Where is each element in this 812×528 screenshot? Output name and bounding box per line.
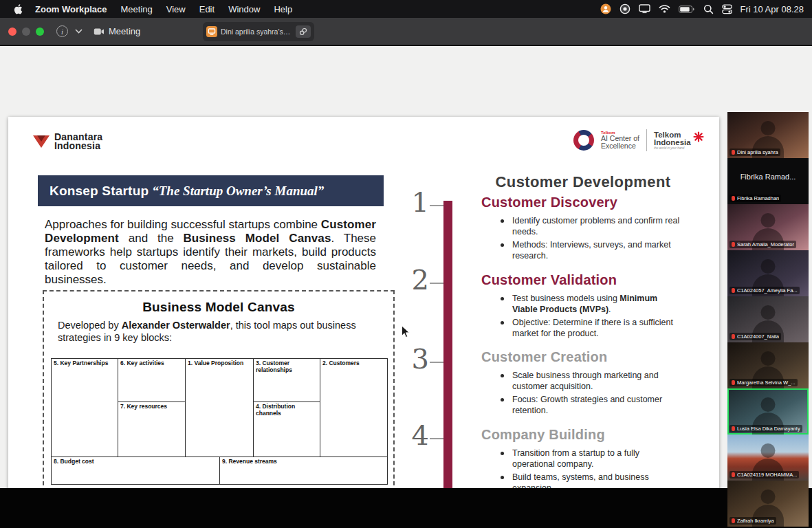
ai-coe-logo-text: Telkom AI Center of Excellence (601, 131, 639, 150)
meeting-info-button[interactable]: i (56, 25, 68, 37)
close-button[interactable] (8, 28, 17, 36)
participant-tile[interactable]: Sarah Amalia_Moderator (727, 204, 809, 250)
participant-tile[interactable]: C1A024057_Ameylia Fa... (727, 250, 809, 296)
screen: Zoom Workplace MeetingViewEditWindowHelp (0, 0, 812, 528)
cd-bullet: Identify customer problems and confirm r… (499, 215, 682, 237)
danantara-mark-icon (32, 133, 50, 150)
bottom-bar (0, 488, 812, 528)
participant-tile[interactable]: C1A024119 MOHAMMA... (727, 434, 809, 481)
participant-tile[interactable]: Dini aprilia syahra (727, 112, 809, 158)
telkom-line2: Indonesia (654, 139, 691, 146)
participant-name: Margaretha Selvina W_... (737, 380, 795, 386)
apple-menu-icon[interactable] (8, 4, 28, 14)
menubar-clock[interactable]: Fri 10 Apr 08.28 (740, 4, 804, 14)
minimize-button[interactable] (22, 28, 30, 36)
menu-view[interactable]: View (160, 4, 193, 14)
cd-bullet: Test business models using Minimum Viabl… (499, 293, 682, 315)
chevron-down-icon[interactable] (75, 29, 83, 34)
menu-window[interactable]: Window (221, 4, 267, 14)
fullscreen-button[interactable] (36, 28, 44, 36)
participant-name: C1A024057_Ameylia Fa... (737, 287, 798, 294)
participant-name-label: C1A024119 MOHAMMA... (729, 471, 799, 478)
cd-bullet-list: Transition from a startup to a fully ope… (481, 448, 682, 494)
step-number: 4 (397, 421, 429, 449)
muted-mic-icon (732, 150, 735, 155)
step-tick (430, 283, 443, 284)
aice-line2: Excellence (601, 142, 639, 150)
shared-screen-icon (206, 26, 217, 37)
cd-bullet: Transition from a startup to a fully ope… (499, 448, 682, 470)
menu-meeting[interactable]: Meeting (114, 4, 160, 14)
participant-tile[interactable]: Zafirah Ikramiya (727, 481, 809, 527)
muted-mic-icon (732, 472, 735, 477)
participant-name: Sarah Amalia_Moderator (737, 241, 794, 248)
intro-paragraph: Approaches for building successful start… (45, 218, 376, 286)
mouse-cursor (401, 325, 410, 342)
meeting-label: Meeting (109, 26, 140, 36)
participant-name: C1A024007_Naila (737, 333, 779, 340)
participant-name: C1A024119 MOHAMMA... (737, 472, 797, 478)
bmc-cell-budget: 8. Budget cost (51, 456, 220, 485)
step-tick (430, 205, 443, 206)
bmc-cell-channels: 4. Distribution channels (253, 402, 320, 457)
customer-development-title: Customer Development (483, 173, 683, 191)
step-number: 2 (397, 266, 429, 294)
shared-slide: Danantara Indonesia Telkom AI Center of … (8, 117, 719, 518)
window-titlebar: i Meeting Dini aprilia syahra's screen (0, 18, 812, 45)
danantara-name-2: Indonesia (54, 142, 102, 151)
battery-icon[interactable] (679, 6, 695, 13)
telkom-tagline: the world in your hand (654, 146, 691, 150)
muted-mic-icon (732, 196, 735, 201)
record-badge-icon[interactable] (600, 3, 611, 14)
slide-title-banner: Konsep Startup “The Startup Owner’s Manu… (38, 175, 384, 206)
step-tick (430, 438, 443, 439)
step-number: 3 (397, 345, 429, 373)
cd-bullet-list: Identify customer problems and confirm r… (481, 215, 682, 261)
participant-name-label: Lusia Elsa Dika Damayanty (729, 425, 802, 432)
cd-bullet: Methods: Interviews, surveys, and market… (499, 239, 682, 261)
cd-section-heading: Customer Validation (481, 272, 682, 288)
bmc-table: 5. Key Partnerships 6. Key activities 7.… (51, 358, 388, 485)
participants-panel: Dini aprilia syahraFibrika Ramad...Fibri… (727, 112, 809, 527)
participant-tile[interactable]: Margaretha Selvina W_... (727, 342, 809, 388)
participant-tile[interactable]: Fibrika Ramad...Fibrika Ramadhan (727, 158, 809, 204)
participant-name-label: Margaretha Selvina W_... (729, 379, 798, 386)
business-model-canvas-box: Business Model Canvas Developed by Alexa… (43, 290, 395, 492)
partner-logos: Telkom AI Center of Excellence Telkom In… (573, 129, 704, 151)
participant-name-label: Sarah Amalia_Moderator (729, 241, 796, 248)
app-menu-title[interactable]: Zoom Workplace (28, 4, 114, 14)
participant-name-label: C1A024057_Ameylia Fa... (729, 287, 800, 294)
muted-mic-icon (732, 242, 735, 247)
menu-edit[interactable]: Edit (193, 4, 221, 14)
cd-section: Customer ValidationTest business models … (481, 272, 682, 341)
cd-section: Customer DiscoveryIdentify customer prob… (481, 195, 682, 263)
display-icon[interactable] (639, 4, 650, 14)
participant-name-label: Fibrika Ramadhan (729, 195, 781, 202)
shared-screen-tab-label: Dini aprilia syahra's screen (221, 28, 292, 36)
copy-link-icon[interactable] (296, 25, 311, 38)
participant-name: Fibrika Ramadhan (737, 195, 779, 201)
participant-tile[interactable]: C1A024007_Naila (727, 296, 809, 342)
control-center-icon[interactable] (722, 4, 732, 14)
participant-name: Lusia Elsa Dika Damayanty (737, 426, 800, 432)
muted-mic-icon (732, 426, 735, 431)
cd-bullet: Focus: Growth strategies and customer re… (499, 394, 682, 416)
muted-mic-icon (732, 334, 735, 339)
muted-mic-icon (732, 288, 735, 293)
participant-name-label: Dini aprilia syahra (729, 148, 780, 156)
menubar: Zoom Workplace MeetingViewEditWindowHelp (0, 0, 812, 18)
cd-section-heading: Company Building (481, 427, 682, 443)
cd-bullet-list: Scale business through marketing and cus… (481, 370, 682, 416)
bmc-cell-value-proposition: 1. Value Proposition (185, 358, 254, 457)
participant-tile[interactable]: Lusia Elsa Dika Damayanty (727, 388, 809, 434)
search-icon[interactable] (703, 4, 714, 14)
meeting-icon (94, 28, 105, 36)
bmc-description: Developed by Alexander Osterwalder, this… (58, 320, 380, 344)
telkom-logo: Telkom Indonesia the world in your hand (654, 131, 704, 150)
shared-screen-tab[interactable]: Dini aprilia syahra's screen (203, 22, 314, 41)
bmc-cell-customers: 2. Customers (320, 358, 388, 457)
slide-title-quoted: “The Startup Owner’s Manual” (152, 184, 324, 199)
wifi-icon[interactable] (659, 5, 670, 13)
screen-record-icon[interactable] (619, 3, 630, 14)
menu-help[interactable]: Help (267, 4, 299, 14)
